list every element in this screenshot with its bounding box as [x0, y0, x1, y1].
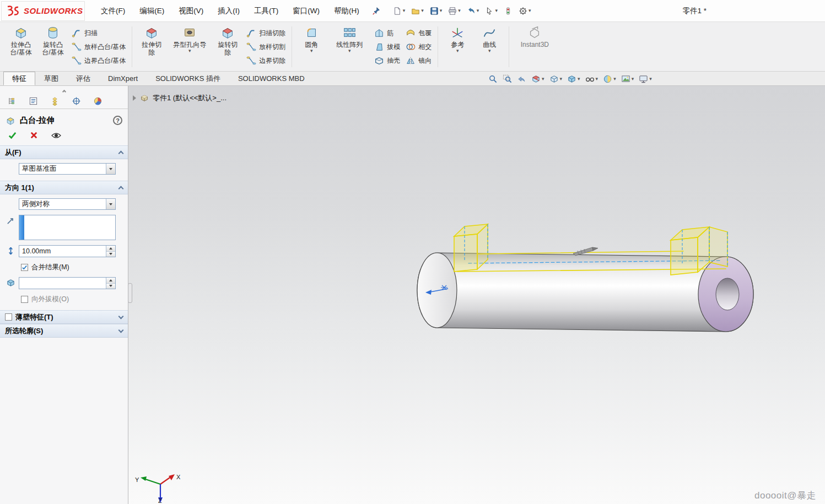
chevron-down-icon[interactable]: ▾: [310, 48, 313, 53]
spinner-up-button[interactable]: [106, 278, 115, 284]
menu-view[interactable]: 视图(V): [171, 0, 211, 22]
view-orientation-icon[interactable]: ▾: [549, 74, 563, 84]
hole-wizard-button[interactable]: 异型孔向导 ▾: [168, 24, 212, 70]
section-view-icon[interactable]: ▾: [531, 74, 544, 84]
draft-outward-checkbox-row[interactable]: 向外拔模(O): [21, 295, 123, 304]
chevron-down-icon[interactable]: ▾: [542, 77, 544, 82]
chevron-down-icon[interactable]: ▾: [440, 8, 443, 13]
loft-boss-button[interactable]: 放样凸台/基体: [72, 41, 126, 53]
new-document-button[interactable]: ▾: [391, 5, 408, 17]
chevron-down-icon[interactable]: ▾: [456, 48, 459, 53]
rebuild-button[interactable]: [502, 5, 515, 17]
spinner-down-button[interactable]: [106, 252, 115, 257]
display-manager-tab[interactable]: [87, 93, 109, 109]
preview-eye-button[interactable]: [51, 132, 62, 139]
pin-menu-icon[interactable]: [372, 7, 381, 15]
chevron-down-icon[interactable]: ▾: [578, 77, 580, 82]
chevron-down-icon[interactable]: ▾: [477, 8, 479, 13]
chevron-down-icon[interactable]: ▾: [348, 48, 351, 53]
open-button[interactable]: ▾: [409, 5, 426, 17]
sweep-cut-button[interactable]: 扫描切除: [246, 28, 285, 39]
edit-appearance-icon[interactable]: ▾: [603, 74, 616, 84]
dimxpert-manager-tab[interactable]: [66, 93, 87, 109]
revolve-cut-button[interactable]: 旋转切 除: [212, 24, 244, 70]
boundary-cut-button[interactable]: 边界切除: [246, 55, 285, 67]
merge-result-checkbox[interactable]: [21, 264, 28, 271]
sweep-boss-button[interactable]: 扫描: [72, 28, 126, 39]
shell-button[interactable]: 抽壳: [374, 55, 400, 67]
tab-sketch[interactable]: 草图: [35, 72, 67, 85]
depth-spinner[interactable]: 10.00mm: [19, 245, 116, 257]
chevron-down-icon[interactable]: ▾: [403, 8, 406, 13]
save-button[interactable]: ▾: [428, 5, 445, 17]
extrude-cut-button[interactable]: 拉伸切 除: [136, 24, 168, 70]
undo-button[interactable]: ▾: [465, 5, 482, 17]
loft-cut-button[interactable]: 放样切割: [246, 41, 285, 53]
instant3d-button[interactable]: Instant3D: [513, 24, 557, 70]
options-button[interactable]: ▾: [516, 5, 533, 17]
menu-edit[interactable]: 编辑(E): [132, 0, 171, 22]
revolve-boss-button[interactable]: 旋转凸 台/基体: [37, 24, 69, 70]
intersect-button[interactable]: 相交: [406, 41, 432, 53]
collapse-chevron-icon[interactable]: [118, 186, 124, 192]
feature-manager-tree-tab[interactable]: [1, 93, 23, 109]
spinner-up-button[interactable]: [106, 246, 115, 252]
feature-tree-flyout[interactable]: 零件1 (默认<<默认>_...: [133, 93, 227, 103]
cancel-button[interactable]: [29, 131, 39, 140]
chevron-down-icon[interactable]: ▾: [488, 48, 491, 53]
mirror-button[interactable]: 镜向: [406, 55, 432, 67]
property-manager-tab[interactable]: [23, 93, 44, 109]
from-condition-dropdown[interactable]: 草图基准面: [19, 163, 116, 175]
menu-tools[interactable]: 工具(T): [247, 0, 285, 22]
extrude-preview-left-box[interactable]: [454, 224, 488, 272]
extrude-boss-button[interactable]: 拉伸凸 台/基体: [5, 24, 37, 70]
draft-outward-checkbox[interactable]: [21, 296, 28, 303]
chevron-down-icon[interactable]: ▾: [596, 77, 598, 82]
display-style-icon[interactable]: ▾: [567, 74, 580, 84]
model-3d-view[interactable]: X Y Z: [128, 86, 825, 504]
graphics-area[interactable]: 零件1 (默认<<默认>_...: [128, 86, 825, 504]
menu-insert[interactable]: 插入(I): [211, 0, 247, 22]
end-condition-dropdown[interactable]: 两侧对称: [19, 198, 116, 210]
draft-button[interactable]: 拔模: [374, 41, 400, 53]
tab-evaluate[interactable]: 评估: [67, 72, 99, 85]
zoom-to-area-icon[interactable]: [503, 74, 512, 84]
reference-geometry-button[interactable]: 参考 ▾: [441, 24, 473, 70]
configuration-manager-tab[interactable]: [44, 93, 66, 109]
menu-help[interactable]: 帮助(H): [327, 0, 366, 22]
expand-chevron-icon[interactable]: [118, 314, 124, 319]
spinner-down-button[interactable]: [106, 284, 115, 289]
merge-result-checkbox-row[interactable]: 合并结果(M): [21, 263, 123, 272]
select-button[interactable]: ▾: [483, 5, 500, 17]
drag-handle-icon[interactable]: [573, 247, 598, 256]
thin-feature-section-header[interactable]: 薄壁特征(T): [0, 310, 128, 324]
boundary-boss-button[interactable]: 边界凸台/基体: [72, 55, 126, 67]
linear-pattern-button[interactable]: 线性阵列 ▾: [327, 24, 371, 70]
selected-contours-section-header[interactable]: 所选轮廓(S): [0, 324, 128, 338]
zoom-fit-icon[interactable]: [488, 74, 498, 84]
chevron-down-icon[interactable]: ▾: [495, 8, 498, 13]
curves-button[interactable]: 曲线 ▾: [473, 24, 505, 70]
menu-window[interactable]: 窗口(W): [285, 0, 327, 22]
help-icon[interactable]: ?: [113, 116, 122, 125]
rib-button[interactable]: 筋: [374, 28, 400, 39]
panel-collapse-arrow[interactable]: [0, 86, 128, 93]
dropdown-arrow-icon[interactable]: [106, 164, 115, 174]
from-section-header[interactable]: 从(F): [0, 145, 128, 159]
ok-button[interactable]: [8, 131, 17, 140]
chevron-down-icon[interactable]: ▾: [560, 77, 563, 82]
chevron-down-icon[interactable]: ▾: [188, 48, 191, 53]
chevron-down-icon[interactable]: ▾: [529, 8, 531, 13]
direction-reference-box[interactable]: [19, 215, 116, 240]
chevron-down-icon[interactable]: ▾: [613, 77, 616, 82]
tab-solidworks-mbd[interactable]: SOLIDWORKS MBD: [229, 72, 314, 85]
chevron-down-icon[interactable]: ▾: [421, 8, 424, 13]
chevron-down-icon[interactable]: ▾: [458, 8, 461, 13]
thin-feature-checkbox[interactable]: [5, 313, 12, 321]
tab-dimxpert[interactable]: DimXpert: [99, 72, 147, 85]
collapse-chevron-icon[interactable]: [118, 151, 124, 156]
wrap-button[interactable]: 包覆: [406, 28, 432, 39]
tab-solidworks-addins[interactable]: SOLIDWORKS 插件: [147, 72, 229, 85]
dropdown-arrow-icon[interactable]: [106, 199, 115, 209]
fillet-button[interactable]: 圆角 ▾: [295, 24, 327, 70]
